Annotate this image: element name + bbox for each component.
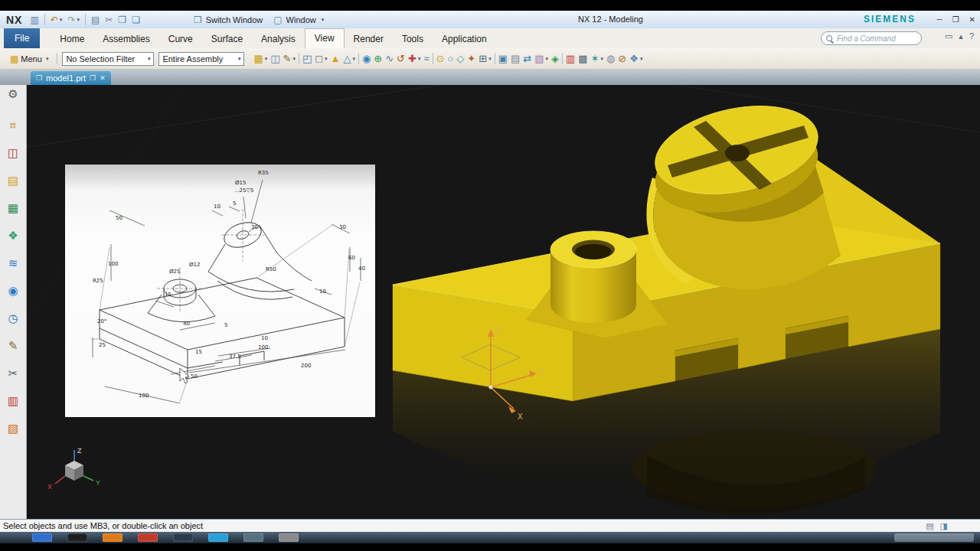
reuse-library-icon[interactable]: ▦	[8, 202, 18, 214]
toolbar-icon[interactable]: △▾	[343, 54, 355, 64]
toolbar-icon[interactable]: ⇄	[523, 54, 531, 64]
toolbar-icon[interactable]: ◫	[270, 54, 279, 64]
close-tab-icon[interactable]: ✕	[100, 74, 106, 82]
taskbar-app-2[interactable]	[67, 533, 87, 542]
assembly-scope-dropdown[interactable]: Entire Assembly ▾	[158, 52, 244, 66]
toolbar-icon[interactable]: ⊞▾	[479, 54, 491, 64]
toolbar-icon[interactable]: ▥	[566, 54, 575, 64]
chevron-down-icon: ▾	[46, 56, 49, 62]
tab-assemblies[interactable]: Assemblies	[93, 30, 158, 48]
tab-render[interactable]: Render	[345, 30, 393, 48]
toolbar-icon[interactable]: ◈	[551, 54, 559, 64]
tab-view[interactable]: View	[305, 28, 345, 48]
status-grid-icon[interactable]: ▤	[926, 521, 933, 531]
tab-tools[interactable]: Tools	[393, 30, 433, 48]
history-icon[interactable]: ◷	[8, 312, 18, 324]
paste-icon[interactable]: ❏	[132, 15, 140, 24]
toolbar-icon[interactable]: ⊕	[374, 54, 382, 64]
toolbar-icon[interactable]: ▲	[331, 54, 341, 64]
toolbar-icon[interactable]: ❖▾	[629, 54, 642, 64]
toolbar-icon[interactable]: ◰	[302, 54, 312, 64]
toolbar-icon[interactable]: ◻▾	[315, 54, 327, 64]
main-area: ⚙⌗◫▤▦❖≋◉◷✎✂▥▧	[0, 85, 980, 519]
resource-bar-options-icon[interactable]: ⚙	[8, 88, 18, 99]
copy-icon[interactable]: ❐	[118, 15, 126, 24]
status-panel-icon[interactable]: ◨	[940, 521, 948, 531]
taskbar-app-4[interactable]	[138, 533, 158, 542]
separator	[299, 53, 299, 64]
process-studio-icon[interactable]: ✎	[8, 340, 18, 351]
toolbar-icon[interactable]: ∿	[385, 54, 394, 64]
toolbar-icon[interactable]: ▣	[498, 54, 508, 64]
dimension-label: 50	[116, 215, 122, 221]
tab-home[interactable]: Home	[51, 30, 93, 48]
help-icon[interactable]: ?	[969, 31, 974, 41]
find-command-box[interactable]	[821, 31, 922, 45]
print-icon[interactable]: ▤	[91, 15, 100, 24]
undo-icon[interactable]: ↶▾	[51, 15, 63, 24]
tab-application[interactable]: Application	[433, 30, 496, 48]
status-bar: Select objects and use MB3, or double-cl…	[0, 519, 980, 532]
minimize-ribbon-icon[interactable]: ▴	[959, 31, 963, 41]
ribbon-right-icons: ▭▴?	[945, 31, 974, 41]
maximize-button[interactable]: ❐	[952, 15, 959, 24]
redo-icon[interactable]: ↷▾	[67, 15, 80, 24]
taskbar-app-5[interactable]	[173, 533, 193, 542]
tab-file[interactable]: File	[4, 28, 40, 48]
switch-window-button[interactable]: ❒ Switch Window	[194, 15, 263, 25]
web-browser-icon[interactable]: ≋	[8, 257, 18, 269]
taskbar-app-6[interactable]	[208, 533, 228, 542]
toolbar-icon[interactable]: ▩	[578, 54, 587, 64]
pin-icon[interactable]: ❐	[90, 74, 96, 82]
tab-analysis[interactable]: Analysis	[252, 30, 305, 48]
find-command-input[interactable]	[835, 34, 907, 44]
taskbar-app-7[interactable]	[243, 533, 263, 542]
dimension-label: 37.5	[229, 354, 241, 360]
toolbar-icon[interactable]: ⊘	[618, 54, 626, 64]
wcs-x-label: X	[518, 412, 523, 421]
part-tab-model1[interactable]: ❒ model1.prt ❐ ✕	[31, 71, 111, 85]
system-scenes-icon[interactable]: ▧	[8, 422, 18, 434]
minimize-button[interactable]: ─	[937, 15, 942, 24]
part-navigator-icon[interactable]: ▤	[8, 174, 18, 186]
toolbar-icon[interactable]: ✶▾	[591, 54, 603, 64]
taskbar-app-1[interactable]	[32, 533, 52, 542]
toolbar-icon[interactable]: ◉	[362, 54, 371, 64]
touch-explorer-icon[interactable]: ◉	[8, 285, 18, 296]
cut-icon[interactable]: ✂	[105, 15, 113, 24]
window-menu-button[interactable]: ▢ Window ▾	[273, 15, 324, 25]
toolbar-icon[interactable]: ◍	[606, 54, 615, 64]
roles-icon[interactable]: ▥	[8, 395, 18, 406]
toolbar-icon[interactable]: ▦▾	[253, 54, 267, 64]
toolbar-icon[interactable]: ↺	[397, 54, 405, 64]
toolbar-icon[interactable]: ▧▾	[534, 54, 548, 64]
system-tray[interactable]	[894, 533, 974, 542]
toolbar-icon[interactable]: ✦	[467, 54, 475, 64]
toolbar-icon[interactable]: ≈	[423, 54, 429, 64]
taskbar-app-8[interactable]	[279, 533, 299, 542]
toolbar-icon[interactable]: ○	[447, 54, 453, 64]
constraint-navigator-icon[interactable]: ◫	[8, 147, 18, 158]
close-button[interactable]: ✕	[969, 15, 975, 24]
toolbar-icon[interactable]: ▤	[511, 54, 520, 64]
save-icon[interactable]: ▥	[30, 15, 38, 24]
graphics-window[interactable]: Z Y X Z X Y	[27, 85, 980, 519]
separator	[57, 53, 57, 64]
toolbar-icon[interactable]: ◇	[456, 54, 464, 64]
tab-surface[interactable]: Surface	[202, 30, 252, 48]
ribbon-options-icon[interactable]: ▭	[945, 31, 952, 41]
selection-filter-dropdown[interactable]: No Selection Filter ▾	[62, 52, 154, 66]
wcs-z-label: Z	[495, 327, 499, 335]
toolbar-icon[interactable]: ✎▾	[283, 54, 296, 64]
taskbar-app-3[interactable]	[103, 533, 122, 542]
dimension-label: 20°	[97, 318, 106, 324]
hd3d-tools-icon[interactable]: ❖	[8, 230, 18, 241]
toolbar-icon[interactable]: ⊙	[436, 54, 445, 64]
manufacturing-wizard-icon[interactable]: ✂	[8, 367, 18, 379]
dimension-label: 15	[165, 292, 172, 298]
toolbar-icon[interactable]: ✚▾	[408, 54, 420, 64]
tab-curve[interactable]: Curve	[159, 30, 202, 48]
menu-button[interactable]: ▦ Menu ▾	[6, 51, 52, 67]
assembly-navigator-icon[interactable]: ⌗	[10, 119, 16, 131]
view-triad[interactable]: Z X Y	[47, 447, 100, 491]
